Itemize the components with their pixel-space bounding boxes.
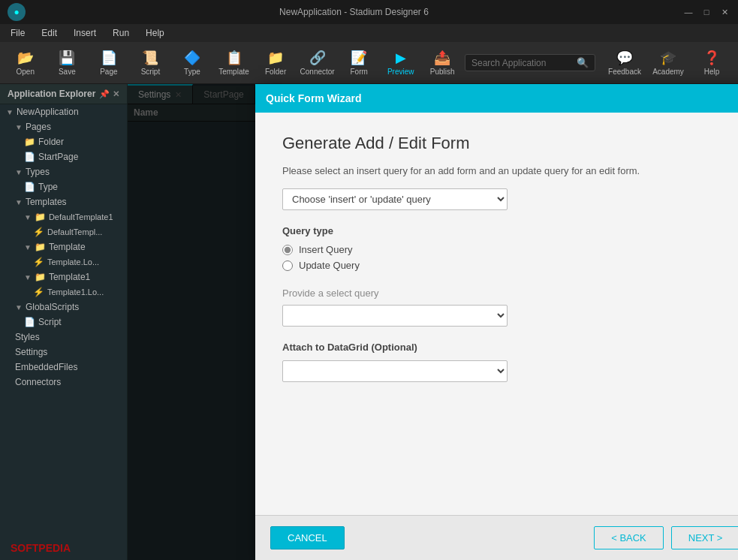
close-sidebar-icon[interactable]: ✕ — [113, 89, 119, 99]
radio-update-label: Update Query — [299, 260, 360, 271]
search-input[interactable] — [471, 58, 577, 68]
select-query-dropdown[interactable] — [282, 305, 508, 327]
tree-item-connectors[interactable]: Connectors — [0, 375, 127, 390]
radio-insert-input[interactable] — [282, 245, 293, 255]
tree-item-styles[interactable]: Styles — [0, 330, 127, 345]
tree-item-embeddedfiles[interactable]: EmbeddedFiles — [0, 360, 127, 375]
pin-icon[interactable]: 📌 — [99, 89, 110, 99]
tree-item-template1-lo[interactable]: ⚡ Template1.Lo... — [0, 285, 127, 300]
back-button[interactable]: < BACK — [594, 526, 664, 549]
tree-item-type[interactable]: 📄 Type — [0, 179, 127, 194]
radio-insert-query[interactable]: Insert Query — [282, 244, 738, 255]
tree-label: Script — [38, 317, 62, 327]
radio-update-query[interactable]: Update Query — [282, 260, 738, 271]
menu-help[interactable]: Help — [138, 26, 172, 40]
tree-label: Styles — [15, 332, 40, 342]
tree-label: Type — [38, 182, 58, 192]
toolbar-form[interactable]: 📝 Form — [339, 45, 378, 81]
toolbar-page[interactable]: 📄 Page — [89, 45, 128, 81]
close-button[interactable]: ✕ — [718, 6, 730, 18]
tree-item-template-lo[interactable]: ⚡ Template.Lo... — [0, 254, 127, 269]
menu-file[interactable]: File — [3, 26, 32, 40]
tree-item-newapplication[interactable]: ▼ NewApplication — [0, 104, 127, 119]
toolbar-save[interactable]: 💾 Save — [48, 45, 87, 81]
dialog-heading: Generate Add / Edit Form — [282, 134, 738, 153]
toolbar-open[interactable]: 📂 Open — [6, 45, 45, 81]
tree-label: Folder — [38, 137, 64, 147]
toolbar-type[interactable]: 🔷 Type — [173, 45, 212, 81]
help-icon: ❓ — [703, 50, 720, 66]
softpedia-text: SOFTPEDIA — [11, 542, 71, 554]
tree-label: Template1.Lo... — [47, 288, 104, 297]
tree-item-template[interactable]: ▼ 📁 Template — [0, 239, 127, 254]
menu-insert[interactable]: Insert — [66, 26, 104, 40]
dialog-footer: CANCEL < BACK NEXT > GENERATE — [255, 515, 738, 560]
tree-label: DefaultTempl... — [47, 227, 102, 236]
toolbar-academy[interactable]: 🎓 Academy — [648, 45, 688, 81]
tree-label: Pages — [26, 122, 51, 132]
template1-tree-icon: 📁 — [35, 272, 46, 282]
menu-run[interactable]: Run — [105, 26, 137, 40]
tree-label: Template.Lo... — [47, 257, 99, 266]
tree-item-defaulttemplate1[interactable]: ▼ 📁 DefaultTemplate1 — [0, 209, 127, 224]
title-bar-controls: — □ ✕ — [682, 6, 730, 18]
tree-item-folder[interactable]: 📁 Folder — [0, 134, 127, 149]
attach-datagrid-dropdown[interactable] — [282, 360, 508, 382]
tree-label: GlobalScripts — [26, 302, 79, 312]
page-icon: 📄 — [101, 50, 117, 66]
maximize-button[interactable]: □ — [700, 6, 712, 18]
radio-update-input[interactable] — [282, 260, 293, 271]
feedback-label: Feedback — [608, 68, 641, 76]
main-area: Application Explorer 📌 ✕ ▼ NewApplicatio… — [0, 84, 738, 560]
defaulttemplate-icon: 📁 — [35, 212, 46, 222]
academy-label: Academy — [652, 68, 684, 76]
tree-label: Connectors — [15, 377, 61, 387]
tree-item-settings[interactable]: Settings — [0, 345, 127, 360]
toolbar-folder[interactable]: 📁 Folder — [256, 45, 295, 81]
tree-item-pages[interactable]: ▼ Pages — [0, 119, 127, 134]
toolbar-script[interactable]: 📜 Script — [131, 45, 170, 81]
menu-edit[interactable]: Edit — [34, 26, 65, 40]
cancel-button[interactable]: CANCEL — [270, 526, 345, 549]
tree-label: Template — [49, 242, 86, 252]
toolbar-help[interactable]: ❓ Help — [691, 45, 732, 81]
toolbar-preview-label: Preview — [387, 68, 414, 76]
toolbar-folder-label: Folder — [265, 68, 286, 76]
sidebar-header-label: Application Explorer — [8, 89, 95, 99]
type-tree-icon: 📄 — [24, 182, 35, 192]
search-icon: 🔍 — [577, 57, 589, 68]
tree-item-templates[interactable]: ▼ Templates — [0, 194, 127, 209]
tree-item-types[interactable]: ▼ Types — [0, 164, 127, 179]
tree-label: Template1 — [49, 272, 90, 282]
query-select[interactable]: Choose 'insert' or 'update' query — [282, 188, 508, 210]
tree-item-defaulttempl[interactable]: ⚡ DefaultTempl... — [0, 224, 127, 239]
open-icon: 📂 — [17, 50, 34, 66]
toolbar-connector[interactable]: 🔗 Connector — [298, 45, 337, 81]
toolbar-template-label: Template — [218, 68, 249, 76]
tree-item-template1[interactable]: ▼ 📁 Template1 — [0, 269, 127, 285]
toolbar-preview[interactable]: ▶ Preview — [381, 45, 420, 81]
toolbar-feedback[interactable]: 💬 Feedback — [604, 45, 645, 81]
tree-label: Templates — [26, 197, 67, 207]
toolbar-type-label: Type — [184, 68, 200, 76]
dialog-body: Generate Add / Edit Form Please select a… — [255, 113, 738, 515]
tree-item-globalscripts[interactable]: ▼ GlobalScripts — [0, 300, 127, 315]
search-box[interactable]: 🔍 — [465, 54, 595, 71]
toolbar-template[interactable]: 📋 Template — [215, 45, 254, 81]
radio-insert-label: Insert Query — [299, 244, 353, 255]
toolbar-open-label: Open — [17, 68, 35, 76]
quick-form-wizard-dialog: Quick Form Wizard □ ✕ Generate Add / Edi… — [255, 84, 738, 560]
toolbar-publish[interactable]: 📤 Publish — [423, 45, 462, 81]
query-type-label: Query type — [282, 225, 738, 236]
next-button[interactable]: NEXT > — [671, 526, 738, 549]
menu-bar: File Edit Insert Run Help — [0, 24, 738, 42]
feedback-icon: 💬 — [616, 50, 633, 66]
toolbar-right-buttons: 💬 Feedback 🎓 Academy ❓ Help — [604, 45, 732, 81]
tree-item-script[interactable]: 📄 Script — [0, 315, 127, 330]
script-tree-icon2: ⚡ — [33, 257, 44, 267]
minimize-button[interactable]: — — [682, 6, 694, 18]
select-query-label: Provide a select query — [282, 288, 738, 299]
folder-tree-icon: 📁 — [24, 137, 35, 147]
tree-item-startpage[interactable]: 📄 StartPage — [0, 149, 127, 164]
template-tree-icon: 📁 — [35, 242, 46, 252]
